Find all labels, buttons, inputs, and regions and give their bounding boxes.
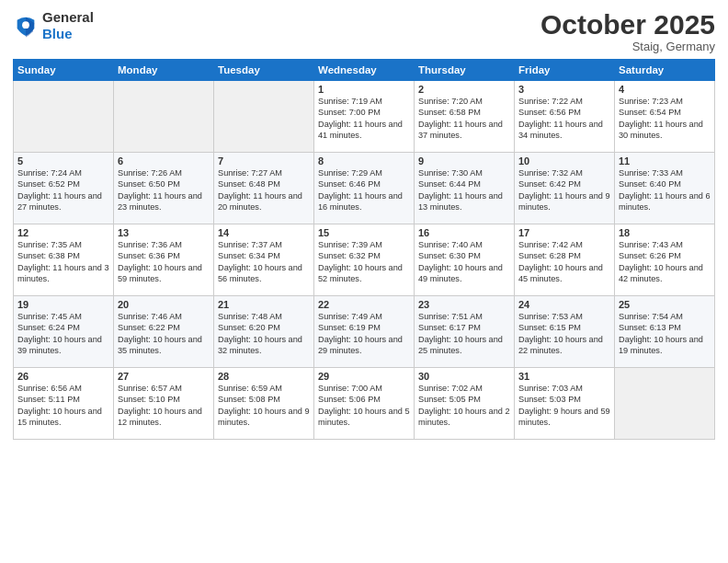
day-number: 22 [318,299,410,310]
day-number: 17 [518,227,610,238]
day-number: 28 [218,371,310,382]
col-sunday: Sunday [14,60,114,81]
table-row: 17Sunrise: 7:42 AM Sunset: 6:28 PM Dayli… [515,224,615,296]
logo: General Blue [13,9,94,42]
day-info: Sunrise: 7:35 AM Sunset: 6:38 PM Dayligh… [17,239,109,285]
table-row: 20Sunrise: 7:46 AM Sunset: 6:22 PM Dayli… [114,296,214,368]
table-row: 25Sunrise: 7:54 AM Sunset: 6:13 PM Dayli… [615,296,715,368]
table-row: 18Sunrise: 7:43 AM Sunset: 6:26 PM Dayli… [615,224,715,296]
col-friday: Friday [515,60,615,81]
calendar-week-1: 1Sunrise: 7:19 AM Sunset: 7:00 PM Daylig… [14,81,715,153]
day-info: Sunrise: 7:29 AM Sunset: 6:46 PM Dayligh… [318,167,410,213]
day-info: Sunrise: 7:02 AM Sunset: 5:05 PM Dayligh… [418,383,510,429]
calendar-week-2: 5Sunrise: 7:24 AM Sunset: 6:52 PM Daylig… [14,153,715,224]
col-saturday: Saturday [615,60,715,81]
day-number: 4 [619,84,711,95]
day-number: 6 [118,155,210,167]
col-tuesday: Tuesday [214,60,314,81]
day-info: Sunrise: 7:37 AM Sunset: 6:34 PM Dayligh… [218,239,310,285]
day-info: Sunrise: 7:36 AM Sunset: 6:36 PM Dayligh… [118,239,210,285]
day-info: Sunrise: 6:57 AM Sunset: 5:10 PM Dayligh… [118,383,210,429]
day-info: Sunrise: 7:23 AM Sunset: 6:54 PM Dayligh… [619,96,711,142]
day-number: 8 [318,155,410,167]
location: Staig, Germany [540,40,715,53]
day-info: Sunrise: 7:54 AM Sunset: 6:13 PM Dayligh… [619,311,711,357]
calendar: Sunday Monday Tuesday Wednesday Thursday… [13,59,715,440]
day-info: Sunrise: 7:51 AM Sunset: 6:17 PM Dayligh… [418,311,510,357]
page: General Blue October 2025 Staig, Germany… [0,0,728,563]
day-number: 15 [318,227,410,238]
calendar-week-3: 12Sunrise: 7:35 AM Sunset: 6:38 PM Dayli… [14,224,715,296]
table-row: 26Sunrise: 6:56 AM Sunset: 5:11 PM Dayli… [14,368,114,440]
table-row: 13Sunrise: 7:36 AM Sunset: 6:36 PM Dayli… [114,224,214,296]
header: General Blue October 2025 Staig, Germany [13,9,715,53]
table-row: 19Sunrise: 7:45 AM Sunset: 6:24 PM Dayli… [14,296,114,368]
day-info: Sunrise: 7:40 AM Sunset: 6:30 PM Dayligh… [418,239,510,285]
table-row: 28Sunrise: 6:59 AM Sunset: 5:08 PM Dayli… [214,368,314,440]
day-number: 3 [518,84,610,95]
table-row: 22Sunrise: 7:49 AM Sunset: 6:19 PM Dayli… [314,296,415,368]
day-info: Sunrise: 6:59 AM Sunset: 5:08 PM Dayligh… [218,383,310,429]
day-info: Sunrise: 7:00 AM Sunset: 5:06 PM Dayligh… [318,383,410,429]
day-number: 30 [418,371,510,382]
table-row: 27Sunrise: 6:57 AM Sunset: 5:10 PM Dayli… [114,368,214,440]
day-info: Sunrise: 7:49 AM Sunset: 6:19 PM Dayligh… [318,311,410,357]
day-number: 16 [418,227,510,238]
day-number: 2 [418,84,510,95]
day-number: 9 [418,155,510,167]
day-info: Sunrise: 6:56 AM Sunset: 5:11 PM Dayligh… [17,383,109,429]
day-number: 12 [17,227,109,238]
logo-line1: General [42,9,94,26]
day-info: Sunrise: 7:43 AM Sunset: 6:26 PM Dayligh… [619,239,711,285]
day-number: 24 [518,299,610,310]
day-number: 19 [17,299,109,310]
table-row: 8Sunrise: 7:29 AM Sunset: 6:46 PM Daylig… [314,153,415,224]
day-number: 14 [218,227,310,238]
svg-point-1 [22,21,29,29]
day-info: Sunrise: 7:26 AM Sunset: 6:50 PM Dayligh… [118,167,210,213]
day-info: Sunrise: 7:24 AM Sunset: 6:52 PM Dayligh… [17,167,109,213]
table-row [214,81,314,153]
day-number: 10 [518,155,610,167]
table-row: 14Sunrise: 7:37 AM Sunset: 6:34 PM Dayli… [214,224,314,296]
table-row: 21Sunrise: 7:48 AM Sunset: 6:20 PM Dayli… [214,296,314,368]
day-info: Sunrise: 7:30 AM Sunset: 6:44 PM Dayligh… [418,167,510,213]
table-row: 7Sunrise: 7:27 AM Sunset: 6:48 PM Daylig… [214,153,314,224]
day-info: Sunrise: 7:03 AM Sunset: 5:03 PM Dayligh… [518,383,610,429]
title-block: October 2025 Staig, Germany [540,9,715,53]
day-info: Sunrise: 7:53 AM Sunset: 6:15 PM Dayligh… [518,311,610,357]
day-info: Sunrise: 7:20 AM Sunset: 6:58 PM Dayligh… [418,96,510,142]
table-row: 30Sunrise: 7:02 AM Sunset: 5:05 PM Dayli… [415,368,515,440]
day-number: 25 [619,299,711,310]
table-row [114,81,214,153]
table-row: 24Sunrise: 7:53 AM Sunset: 6:15 PM Dayli… [515,296,615,368]
table-row: 29Sunrise: 7:00 AM Sunset: 5:06 PM Dayli… [314,368,415,440]
table-row: 9Sunrise: 7:30 AM Sunset: 6:44 PM Daylig… [415,153,515,224]
day-number: 23 [418,299,510,310]
logo-line2: Blue [42,26,94,42]
col-wednesday: Wednesday [314,60,415,81]
day-number: 13 [118,227,210,238]
calendar-header-row: Sunday Monday Tuesday Wednesday Thursday… [14,60,715,81]
day-info: Sunrise: 7:22 AM Sunset: 6:56 PM Dayligh… [518,96,610,142]
table-row: 11Sunrise: 7:33 AM Sunset: 6:40 PM Dayli… [615,153,715,224]
day-number: 5 [17,155,109,167]
day-number: 20 [118,299,210,310]
table-row: 5Sunrise: 7:24 AM Sunset: 6:52 PM Daylig… [14,153,114,224]
table-row: 31Sunrise: 7:03 AM Sunset: 5:03 PM Dayli… [515,368,615,440]
day-info: Sunrise: 7:48 AM Sunset: 6:20 PM Dayligh… [218,311,310,357]
table-row: 2Sunrise: 7:20 AM Sunset: 6:58 PM Daylig… [415,81,515,153]
day-number: 7 [218,155,310,167]
day-info: Sunrise: 7:32 AM Sunset: 6:42 PM Dayligh… [518,167,610,213]
table-row: 12Sunrise: 7:35 AM Sunset: 6:38 PM Dayli… [14,224,114,296]
day-info: Sunrise: 7:39 AM Sunset: 6:32 PM Dayligh… [318,239,410,285]
month-title: October 2025 [540,9,715,40]
day-number: 27 [118,371,210,382]
table-row: 23Sunrise: 7:51 AM Sunset: 6:17 PM Dayli… [415,296,515,368]
day-info: Sunrise: 7:45 AM Sunset: 6:24 PM Dayligh… [17,311,109,357]
table-row: 15Sunrise: 7:39 AM Sunset: 6:32 PM Dayli… [314,224,415,296]
col-thursday: Thursday [415,60,515,81]
day-number: 18 [619,227,711,238]
day-info: Sunrise: 7:27 AM Sunset: 6:48 PM Dayligh… [218,167,310,213]
day-number: 11 [619,155,711,167]
